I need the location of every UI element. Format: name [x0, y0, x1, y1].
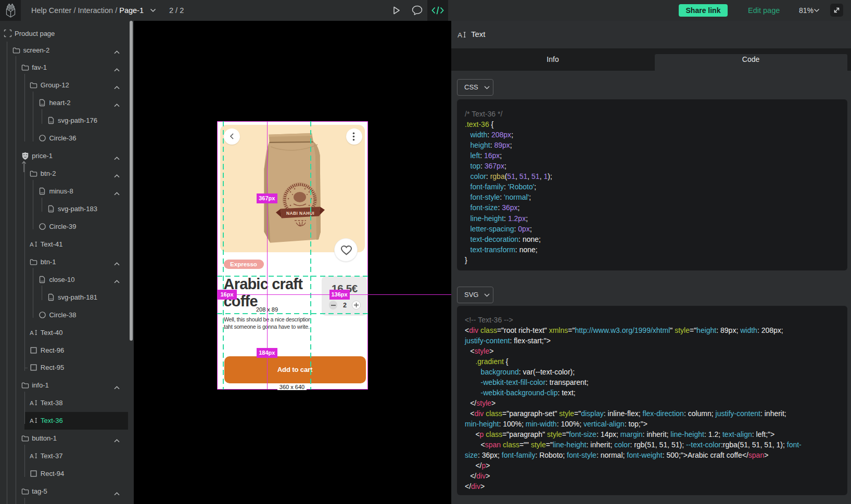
svg-text:A: A: [30, 453, 34, 459]
svg-text:A: A: [30, 400, 34, 406]
svg-text:A: A: [30, 418, 34, 424]
svg-text:A: A: [30, 241, 34, 247]
svg-text:A: A: [30, 329, 34, 335]
svg-text:A: A: [458, 31, 462, 39]
